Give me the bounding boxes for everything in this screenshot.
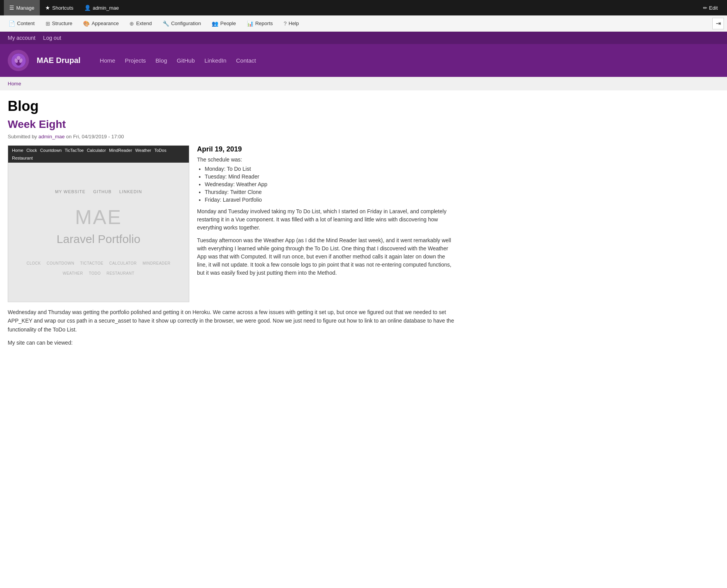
- site-header: MAE Drupal Home Projects Blog GitHub Lin…: [0, 44, 727, 77]
- menu-reports[interactable]: 📊 Reports: [241, 15, 279, 32]
- nav-mindreader-item[interactable]: MindReader: [109, 148, 132, 153]
- site-nav: Home Projects Blog GitHub LinkedIn Conta…: [100, 57, 256, 64]
- shortcuts-label: Shortcuts: [52, 5, 73, 11]
- nav-github[interactable]: GitHub: [177, 57, 195, 64]
- menu-content[interactable]: 📄 Content: [3, 15, 40, 32]
- nav-linkedin[interactable]: LinkedIn: [204, 57, 226, 64]
- breadcrumb-home[interactable]: Home: [8, 81, 21, 87]
- bottom-clock: CLOCK: [27, 261, 41, 265]
- user-button[interactable]: 👤 admin_mae: [79, 0, 124, 15]
- content-label: Content: [17, 20, 35, 26]
- submitted-on: on: [66, 134, 71, 139]
- log-out-link[interactable]: Log out: [43, 35, 61, 41]
- bottom-todo: TODO: [89, 271, 101, 275]
- preview-mae-text: MAE: [75, 206, 122, 229]
- structure-icon: ⊞: [46, 20, 50, 27]
- nav-projects[interactable]: Projects: [125, 57, 146, 64]
- menu-people[interactable]: 👥 People: [206, 15, 241, 32]
- bottom-weather: WEATHER: [63, 271, 83, 275]
- help-icon: ?: [284, 20, 287, 27]
- configuration-label: Configuration: [171, 20, 201, 26]
- nav-weather-item[interactable]: Weather: [135, 148, 151, 153]
- image-nav-bar: Home Clock Countdown TicTacToe Calculato…: [8, 146, 189, 163]
- submitted-date: Fri, 04/19/2019 - 17:00: [73, 134, 124, 139]
- reports-label: Reports: [255, 20, 273, 26]
- post-schedule-intro: The schedule was:: [197, 156, 456, 163]
- post-paragraph-3: Wednesday and Thursday was getting the p…: [8, 308, 456, 334]
- preview-links: MY WEBSITE GITHUB LINKEDIN: [55, 189, 142, 194]
- preview-my-website: MY WEBSITE: [55, 189, 85, 194]
- preview-laravel-text: Laravel Portfolio: [57, 233, 141, 246]
- extend-label: Extend: [136, 20, 151, 26]
- image-preview: MY WEBSITE GITHUB LINKEDIN MAE Laravel P…: [8, 163, 189, 302]
- admin-menu: 📄 Content ⊞ Structure 🎨 Appearance ⊕ Ext…: [0, 15, 727, 32]
- extend-icon: ⊕: [129, 20, 134, 27]
- main-content: Blog Week Eight Submitted by admin_mae o…: [0, 90, 464, 360]
- manage-icon: ☰: [9, 5, 14, 11]
- menu-help[interactable]: ? Help: [278, 15, 304, 32]
- nav-home-item[interactable]: Home: [12, 148, 23, 153]
- menu-structure[interactable]: ⊞ Structure: [40, 15, 78, 32]
- post-date: April 19, 2019: [197, 145, 456, 153]
- post-text-area: April 19, 2019 The schedule was: Monday:…: [197, 145, 456, 302]
- page-title: Blog: [8, 98, 456, 114]
- preview-linkedin: LINKEDIN: [119, 189, 142, 194]
- list-item-friday: Friday: Laravel Portfolio: [205, 197, 456, 203]
- nav-tictactoe-item[interactable]: TicTacToe: [65, 148, 84, 153]
- post-paragraph-1: Monday and Tuesday involved taking my To…: [197, 207, 456, 232]
- star-icon: ★: [45, 5, 50, 11]
- shortcuts-button[interactable]: ★ Shortcuts: [40, 0, 79, 15]
- nav-countdown-item[interactable]: Countdown: [40, 148, 62, 153]
- nav-clock-item[interactable]: Clock: [26, 148, 37, 153]
- nav-home[interactable]: Home: [100, 57, 115, 64]
- post-content: Home Clock Countdown TicTacToe Calculato…: [8, 145, 456, 302]
- appearance-label: Appearance: [92, 20, 119, 26]
- appearance-icon: 🎨: [83, 20, 90, 27]
- menu-appearance[interactable]: 🎨 Appearance: [78, 15, 124, 32]
- submitted-info: Submitted by admin_mae on Fri, 04/19/201…: [8, 134, 456, 139]
- list-item-monday: Monday: To Do List: [205, 166, 456, 172]
- submitted-prefix: Submitted by: [8, 134, 37, 139]
- author-link[interactable]: admin_mae: [39, 134, 65, 139]
- post-schedule-list: Monday: To Do List Tuesday: Mind Reader …: [205, 166, 456, 203]
- configuration-icon: 🔧: [163, 20, 169, 27]
- nav-restaurant-item[interactable]: Restaurant: [12, 156, 33, 160]
- breadcrumb: Home: [0, 77, 727, 90]
- manage-label: Manage: [16, 5, 34, 11]
- post-image-area: Home Clock Countdown TicTacToe Calculato…: [8, 145, 189, 302]
- bottom-tictactoe: TICTACTOE: [80, 261, 103, 265]
- menu-extend[interactable]: ⊕ Extend: [124, 15, 157, 32]
- reports-icon: 📊: [247, 20, 253, 27]
- help-label: Help: [289, 20, 299, 26]
- nav-blog[interactable]: Blog: [156, 57, 167, 64]
- user-icon: 👤: [84, 5, 91, 11]
- my-account-link[interactable]: My account: [8, 35, 36, 41]
- content-icon: 📄: [8, 20, 15, 27]
- people-label: People: [220, 20, 236, 26]
- edit-button[interactable]: ✏ Edit: [698, 0, 723, 15]
- list-item-wednesday: Wednesday: Weather App: [205, 181, 456, 187]
- preview-bottom-links: CLOCK COUNTDOWN TICTACTOE CALCULATOR MIN…: [16, 261, 181, 275]
- post-paragraph-2: Tuesday afternoon was the Weather App (a…: [197, 236, 456, 277]
- site-title: MAE Drupal: [37, 56, 80, 65]
- user-label: admin_mae: [93, 5, 119, 11]
- menu-toggle-button[interactable]: ⇥: [712, 18, 724, 29]
- nav-contact[interactable]: Contact: [236, 57, 256, 64]
- people-icon: 👥: [212, 20, 218, 27]
- post-title: Week Eight: [8, 118, 456, 131]
- post-paragraph-4: My site can can be viewed:: [8, 338, 456, 347]
- site-logo: [8, 50, 29, 71]
- edit-label: Edit: [709, 5, 718, 11]
- list-item-thursday: Thursday: Twitter Clone: [205, 189, 456, 195]
- bottom-mindreader: MINDREADER: [143, 261, 170, 265]
- admin-toolbar: ☰ Manage ★ Shortcuts 👤 admin_mae ✏ Edit: [0, 0, 727, 15]
- manage-button[interactable]: ☰ Manage: [4, 0, 40, 15]
- preview-github: GITHUB: [93, 189, 112, 194]
- toggle-icon: ⇥: [716, 20, 721, 27]
- structure-label: Structure: [52, 20, 73, 26]
- nav-calculator-item[interactable]: Calculator: [87, 148, 106, 153]
- bottom-countdown: COUNTDOWN: [47, 261, 75, 265]
- nav-todos-item[interactable]: ToDos: [154, 148, 166, 153]
- menu-configuration[interactable]: 🔧 Configuration: [157, 15, 206, 32]
- edit-icon: ✏: [703, 5, 707, 11]
